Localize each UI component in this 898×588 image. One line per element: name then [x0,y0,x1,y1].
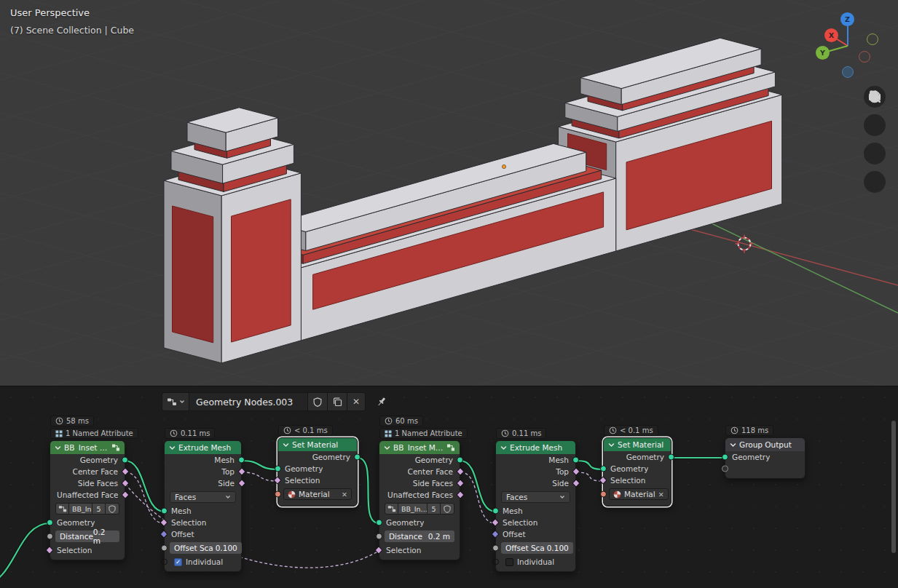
collapse-chevron-icon[interactable] [608,442,615,448]
in-offset-socket[interactable] [491,530,499,538]
duplicate-node-tree-button[interactable] [328,393,347,410]
in-selection-socket[interactable] [45,546,53,554]
out-side-socket[interactable] [572,479,580,487]
node-group-selector[interactable]: BB_In...5 [385,503,454,514]
in-material-socket[interactable] [275,491,281,498]
node-header[interactable]: Extrude Mesh [496,441,575,454]
out-center-socket[interactable] [456,467,464,475]
model-mesh[interactable] [0,0,898,386]
fake-user-shield-toggle[interactable] [441,504,454,514]
node-groupout[interactable]: 118 msGroup OutputGeometry [725,437,806,479]
gizmo-z-axis[interactable]: Z [840,12,854,26]
gizmo-neg-y-axis[interactable] [867,33,878,45]
node-group-selector[interactable]: BB_In...5 [55,503,119,514]
out-unaffected-socket[interactable] [121,490,129,498]
in-selection-socket[interactable] [273,476,281,484]
node-header[interactable]: Extrude Mesh [165,441,241,454]
grid-ortho-button[interactable] [864,171,886,193]
gizmo-x-axis[interactable]: X [824,28,838,42]
material-field[interactable]: Material✕ [283,488,352,500]
in-offsetscale-field[interactable]: Offset Scal0.100 [501,542,573,554]
collapse-chevron-icon[interactable] [169,445,176,450]
in-geometry-socket[interactable] [376,520,382,526]
in-individual-checkbox[interactable]: ✓ [174,558,182,566]
in-individual-checkbox[interactable] [505,558,513,566]
node-graph[interactable]: 58 ms1 Named AttributeBB_Inset MultipleG… [0,386,898,588]
out-geometry-socket[interactable] [668,454,674,461]
in-offsetscale-field[interactable]: Offset Scal0.100 [170,542,242,554]
node-tree-browse-button[interactable] [162,393,189,410]
camera-view-button[interactable] [864,143,886,164]
in-selection-socket[interactable] [374,546,382,554]
collapse-chevron-icon[interactable] [55,445,61,450]
out-center-socket[interactable] [121,467,129,475]
gizmo-neg-x-axis[interactable] [859,51,870,63]
in-distance-field[interactable]: Distance0.2 m [385,531,454,542]
geometry-nodes-editor[interactable]: Geometry Nodes.003 ✕ [0,386,898,588]
node-tree-name-field[interactable]: Geometry Nodes.003 [189,393,307,410]
in-geometry-socket[interactable] [722,454,728,461]
in-geometry-socket[interactable] [47,520,53,526]
out-top-socket[interactable] [237,467,245,475]
node-extrude2[interactable]: 0.11 msExtrude MeshMeshTopSideFacesMeshS… [495,440,576,572]
scrollbar-thumb[interactable] [891,421,896,553]
timing-badge: < 0.1 ms [278,425,333,436]
in-distance-socket[interactable] [376,533,382,540]
collapse-chevron-icon[interactable] [283,442,289,448]
node-setmat2[interactable]: < 0.1 msSet MaterialGeometryGeometrySele… [603,437,671,506]
node-header[interactable]: BB_Inset Multiple [50,441,125,454]
fake-user-shield-button[interactable] [308,393,327,410]
node-header[interactable]: BB_Inset Multiple [379,441,460,454]
in-offset-socket[interactable] [159,530,168,538]
in-extra-socket[interactable] [722,466,728,472]
out-geometry-socket[interactable] [354,454,361,461]
out-top-socket[interactable] [572,467,580,475]
in-selection-socket[interactable] [491,518,499,526]
mode-dropdown[interactable]: Faces [501,491,570,503]
out-side-socket[interactable] [237,479,245,487]
gizmo-neg-z-axis[interactable] [842,66,854,78]
node-inset2[interactable]: 60 ms1 Named AttributeBB_Inset MultipleG… [379,440,460,560]
node-header[interactable]: Set Material [278,438,357,451]
in-geometry-socket[interactable] [275,466,281,472]
in-offsetscale-socket[interactable] [161,545,168,552]
in-material-socket[interactable] [600,491,607,498]
out-mesh-socket[interactable] [572,457,579,464]
in-individual-socket[interactable] [161,559,168,565]
gizmo-y-axis[interactable]: Y [816,46,830,60]
in-mesh-socket[interactable] [492,508,499,514]
out-geometry-socket[interactable] [122,457,128,464]
in-offsetscale-socket[interactable] [492,545,499,552]
collapse-chevron-icon[interactable] [384,445,390,450]
node-extrude1[interactable]: 0.11 msExtrude MeshMeshTopSideFacesMeshS… [164,440,242,572]
3d-viewport[interactable]: User Perspective (7) Scene Collection | … [0,0,898,386]
material-clear-x[interactable]: ✕ [658,490,664,498]
out-side-socket[interactable] [456,479,464,487]
node-setmat1[interactable]: < 0.1 msSet MaterialGeometryGeometrySele… [277,437,358,506]
out-unaffected-socket[interactable] [456,490,464,498]
unlink-node-tree-button[interactable]: ✕ [347,393,365,410]
in-selection-socket[interactable] [599,476,607,484]
in-distance-field[interactable]: Distance0.2 m [55,531,119,542]
node-header[interactable]: Group Output [725,438,805,451]
out-mesh-socket[interactable] [238,457,245,464]
material-clear-x[interactable]: ✕ [342,490,347,498]
in-individual-socket[interactable] [492,559,499,565]
in-distance-socket[interactable] [47,533,53,540]
mode-dropdown[interactable]: Faces [170,491,236,503]
fake-user-shield-toggle[interactable] [106,504,119,514]
editor-scrollbar[interactable] [891,419,896,581]
collapse-chevron-icon[interactable] [500,445,507,450]
nav-gizmo[interactable]: Z X Y [813,4,886,84]
in-geometry-socket[interactable] [600,466,607,472]
material-field[interactable]: Material✕ [609,488,669,500]
pin-button[interactable] [373,392,389,411]
pan-tool-button[interactable] [864,114,886,136]
in-mesh-socket[interactable] [161,508,168,514]
node-inset1[interactable]: 58 ms1 Named AttributeBB_Inset MultipleG… [50,440,125,560]
out-geometry-socket[interactable] [457,457,463,464]
node-header[interactable]: Set Material [604,438,671,451]
out-side-socket[interactable] [121,479,129,487]
in-selection-socket[interactable] [159,518,168,526]
collapse-chevron-icon[interactable] [730,442,736,448]
